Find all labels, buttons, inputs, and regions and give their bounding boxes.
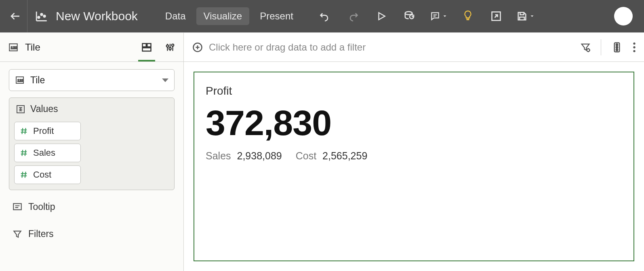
filters-label: Filters (28, 229, 54, 239)
measure-chip-label: Sales (33, 148, 55, 158)
preview-button[interactable] (373, 8, 389, 24)
main-area: 123 Tile 123 Tile (0, 32, 644, 271)
chevron-down-icon (162, 78, 168, 82)
grammar-panel-header: 123 Tile (0, 33, 183, 62)
tile-secondary-item: Cost 2,565,259 (296, 150, 368, 162)
values-drop-target[interactable]: Values Profit Sales (9, 97, 175, 190)
svg-point-3 (405, 12, 412, 15)
measure-chip-label: Profit (33, 126, 54, 136)
tooltip-label: Tooltip (28, 201, 55, 212)
canvas-menu-icon[interactable] (633, 42, 636, 53)
save-button[interactable] (516, 8, 535, 24)
grammar-panel: 123 Tile 123 Tile (0, 33, 184, 271)
add-filter-icon[interactable] (192, 42, 203, 53)
redo-button (345, 8, 361, 24)
svg-point-18 (587, 49, 590, 51)
canvas-body: Profit 372,830 Sales 2,938,089 Cost 2,56… (184, 62, 644, 271)
undo-button[interactable] (317, 8, 333, 24)
visualization-type-selector[interactable]: 123 Tile (9, 69, 175, 91)
measure-chip-sales[interactable]: Sales (14, 144, 81, 162)
workbook-title[interactable]: New Workbook (56, 9, 142, 23)
properties-tab-button[interactable] (164, 41, 176, 53)
grammar-panel-title: Tile (25, 42, 141, 53)
tile-secondary-item: Sales 2,938,089 (206, 150, 282, 162)
number-icon (19, 127, 28, 136)
svg-point-21 (616, 46, 618, 48)
svg-point-25 (633, 50, 635, 52)
auto-insights-button[interactable] (460, 8, 476, 24)
measure-chip-cost[interactable]: Cost (14, 165, 81, 184)
tile-visualization[interactable]: Profit 372,830 Sales 2,938,089 Cost 2,56… (194, 72, 634, 261)
svg-text:123: 123 (11, 45, 17, 50)
filter-bar[interactable]: Click here or drag data to add a filter (184, 33, 644, 62)
secondary-value: 2,565,259 (322, 150, 367, 161)
number-icon (19, 148, 28, 157)
svg-rect-8 (147, 43, 151, 47)
tab-visualize[interactable]: Visualize (196, 7, 250, 25)
svg-point-11 (169, 47, 171, 49)
tab-data[interactable]: Data (158, 7, 193, 25)
svg-point-2 (44, 15, 46, 17)
svg-rect-16 (13, 203, 21, 210)
filter-settings-icon[interactable] (580, 42, 591, 53)
svg-point-24 (633, 46, 635, 48)
filter-icon (12, 229, 23, 239)
filter-placeholder: Click here or drag data to add a filter (209, 42, 574, 53)
back-button[interactable] (3, 0, 27, 32)
comments-button[interactable] (430, 8, 448, 24)
values-label: Values (30, 104, 58, 114)
svg-text:123: 123 (17, 78, 23, 83)
filters-drop-target[interactable]: Filters (9, 224, 175, 244)
svg-point-10 (166, 45, 168, 47)
tooltip-icon (12, 202, 23, 212)
view-tabs: Data Visualize Present (158, 7, 301, 25)
secondary-label: Sales (206, 150, 231, 161)
user-avatar[interactable] (614, 7, 633, 25)
tooltip-drop-target[interactable]: Tooltip (9, 197, 175, 217)
svg-point-1 (41, 13, 43, 15)
tile-icon: 123 (7, 41, 19, 53)
number-icon (19, 170, 28, 179)
grammar-tab-button[interactable] (141, 41, 153, 53)
canvas: Click here or drag data to add a filter … (184, 33, 644, 271)
toolbar-actions (317, 8, 535, 24)
svg-point-23 (633, 42, 635, 44)
values-icon (16, 104, 25, 114)
svg-point-0 (38, 17, 40, 19)
measure-chip-label: Cost (33, 169, 51, 180)
svg-rect-9 (143, 48, 151, 51)
refresh-data-button[interactable] (402, 8, 418, 24)
top-toolbar: New Workbook Data Visualize Present (0, 0, 644, 32)
visualization-type-label: Tile (30, 75, 156, 86)
measure-chip-profit[interactable]: Profit (14, 122, 81, 140)
tab-present[interactable]: Present (253, 7, 301, 25)
secondary-value: 2,938,089 (237, 150, 282, 161)
values-header: Values (14, 102, 169, 119)
tile-title: Profit (206, 85, 622, 97)
tile-primary-value: 372,830 (206, 102, 622, 144)
workbook-type-icon (27, 0, 56, 32)
tile-viz-icon: 123 (15, 75, 25, 85)
conditional-formatting-icon[interactable] (611, 41, 623, 53)
divider (601, 39, 601, 55)
secondary-label: Cost (296, 150, 316, 161)
svg-point-20 (616, 44, 618, 46)
svg-point-22 (616, 49, 618, 51)
svg-point-12 (172, 44, 174, 46)
tile-secondary-row: Sales 2,938,089 Cost 2,565,259 (206, 150, 622, 162)
export-button[interactable] (488, 8, 504, 24)
svg-rect-7 (143, 43, 146, 47)
